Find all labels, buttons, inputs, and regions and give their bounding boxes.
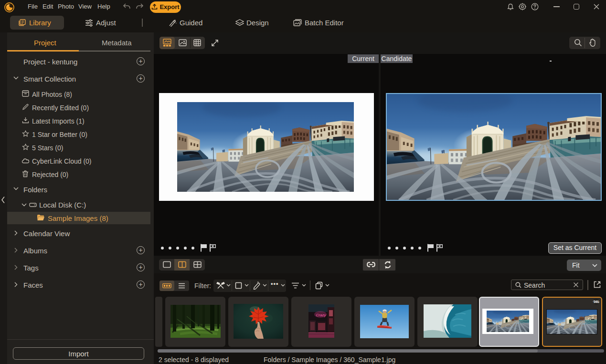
- svg-text:360: 360: [594, 300, 599, 303]
